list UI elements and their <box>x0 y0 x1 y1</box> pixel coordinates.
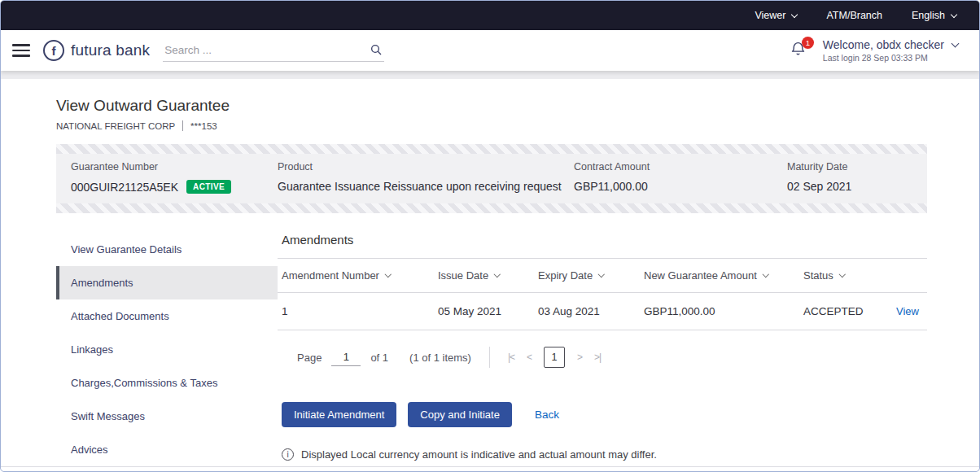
copy-and-initiate-button[interactable]: Copy and Initiate <box>408 402 512 427</box>
cell-issue-date: 05 May 2021 <box>438 305 538 317</box>
sidebar-item-attached-documents[interactable]: Attached Documents <box>56 299 278 333</box>
search-icon[interactable] <box>370 43 383 59</box>
cell-status: ACCEPTED <box>803 305 882 317</box>
column-header-label: Expiry Date <box>538 269 593 282</box>
sidebar-item-label: Linkages <box>71 343 113 356</box>
next-page-icon[interactable]: > <box>577 352 582 363</box>
bell-icon <box>790 46 807 60</box>
maturity-date-value: 02 Sep 2021 <box>787 180 912 193</box>
sidebar-item-label: Attached Documents <box>71 310 169 322</box>
view-link[interactable]: View <box>896 305 919 317</box>
chevron-down-icon <box>598 271 605 278</box>
party-account: ***153 <box>190 121 217 131</box>
currency-note: i Displayed Local currency amount is ind… <box>278 448 927 461</box>
field-maturity-date: Maturity Date 02 Sep 2021 <box>787 161 912 194</box>
previous-page-icon[interactable]: < <box>527 352 532 363</box>
chevron-down-icon <box>494 271 501 278</box>
hatch-pattern-bottom <box>56 203 927 213</box>
column-header-issue-date[interactable]: Issue Date <box>438 269 538 282</box>
back-link[interactable]: Back <box>535 409 559 421</box>
page-label: Page <box>297 352 322 364</box>
topbar: Viewer ATM/Branch English <box>1 1 979 30</box>
pagination-nav: |< < 1 > >| <box>508 347 601 368</box>
search-input[interactable] <box>163 39 384 62</box>
table-header-row: Amendment Number Issue Date Expiry Date … <box>278 258 927 293</box>
action-buttons: Initiate Amendment Copy and Initiate Bac… <box>278 402 927 427</box>
sidebar-item-label: Swift Messages <box>71 410 145 422</box>
last-login-text: Last login 28 Sep 03:33 PM <box>823 53 958 63</box>
notifications-button[interactable]: 1 <box>790 41 807 61</box>
sidebar-item-label: Advices <box>71 444 108 456</box>
column-header-label: Amendment Number <box>282 269 379 282</box>
currency-note-text: Displayed Local currency amount is indic… <box>301 448 657 461</box>
divider <box>182 120 183 131</box>
sidebar-item-label: View Guarantee Details <box>71 243 182 256</box>
header-divider-band <box>1 71 979 79</box>
search-bar <box>163 39 384 62</box>
language-menu-label: English <box>912 10 945 21</box>
field-value: 000GUIR21125A5EK ACTIVE <box>71 180 278 194</box>
viewer-menu[interactable]: Viewer <box>755 10 797 21</box>
column-header-status[interactable]: Status <box>803 269 882 282</box>
brand-name: futura bank <box>71 42 150 59</box>
user-menu-toggle[interactable]: Welcome, obdx checker <box>823 38 958 51</box>
column-header-label: New Guarantee Amount <box>644 269 757 282</box>
cell-amendment-number: 1 <box>282 305 438 317</box>
current-page-button[interactable]: 1 <box>544 347 565 368</box>
field-label: Maturity Date <box>787 161 912 173</box>
column-header-amendment-number[interactable]: Amendment Number <box>282 269 438 282</box>
language-menu[interactable]: English <box>912 10 956 21</box>
table-row: 1 05 May 2021 03 Aug 2021 GBP11,000.00 A… <box>278 293 927 330</box>
app-window: Viewer ATM/Branch English f futura bank <box>0 0 980 472</box>
field-label: Guarantee Number <box>71 161 278 173</box>
first-page-icon[interactable]: |< <box>508 352 514 363</box>
initiate-amendment-button[interactable]: Initiate Amendment <box>282 402 396 427</box>
summary-fields: Guarantee Number 000GUIR21125A5EK ACTIVE… <box>56 154 927 203</box>
main-content: View Outward Guarantee NATIONAL FREIGHT … <box>1 79 979 467</box>
status-badge: ACTIVE <box>186 180 231 194</box>
column-header-label: Issue Date <box>438 269 488 282</box>
sidebar-item-label: Charges,Commissions & Taxes <box>71 377 217 389</box>
field-contract-amount: Contract Amount GBP11,000.00 <box>574 161 787 194</box>
hatch-pattern-top <box>56 144 927 154</box>
sidebar-item-swift-messages[interactable]: Swift Messages <box>56 400 278 433</box>
contract-amount-value: GBP11,000.00 <box>574 180 787 193</box>
items-count-label: (1 of 1 items) <box>409 352 471 364</box>
atm-branch-label: ATM/Branch <box>826 10 882 21</box>
page-title: View Outward Guarantee <box>56 97 927 115</box>
field-label: Product <box>278 161 574 173</box>
sidebar-item-amendments[interactable]: Amendments <box>56 266 278 299</box>
atm-branch-link[interactable]: ATM/Branch <box>826 10 882 21</box>
party-name: NATIONAL FREIGHT CORP <box>56 121 175 131</box>
chevron-down-icon <box>952 40 960 48</box>
guarantee-number-value: 000GUIR21125A5EK <box>71 181 178 194</box>
viewer-menu-label: Viewer <box>755 10 785 21</box>
welcome-text: Welcome, obdx checker <box>823 38 944 51</box>
amendments-panel: Amendments Amendment Number Issue Date E… <box>278 229 927 466</box>
brand-logo-icon: f <box>43 40 64 61</box>
sidebar-item-charges-commissions-taxes[interactable]: Charges,Commissions & Taxes <box>56 366 278 400</box>
sidebar-item-label: Amendments <box>71 277 133 289</box>
body-grid: View Guarantee Details Amendments Attach… <box>56 229 927 466</box>
hamburger-menu-icon[interactable] <box>12 44 30 57</box>
chevron-down-icon <box>385 271 392 278</box>
field-product: Product Guarantee Issuance Reissuance up… <box>278 161 574 194</box>
cell-new-guarantee-amount: GBP11,000.00 <box>644 305 803 317</box>
column-header-expiry-date[interactable]: Expiry Date <box>538 269 644 282</box>
brand-logo[interactable]: f futura bank <box>43 40 150 61</box>
product-value: Guarantee Issuance Reissuance upon recei… <box>278 180 574 193</box>
header: f futura bank 1 Welcome, obdx checker L <box>1 30 979 71</box>
last-page-icon[interactable]: >| <box>594 352 601 363</box>
sidebar-item-view-guarantee-details[interactable]: View Guarantee Details <box>56 233 278 266</box>
page-number-input[interactable] <box>331 348 361 366</box>
pagination: Page of 1 (1 of 1 items) |< < 1 > >| <box>278 347 927 368</box>
field-guarantee-number: Guarantee Number 000GUIR21125A5EK ACTIVE <box>71 161 278 194</box>
page-of-label: of 1 <box>370 352 388 364</box>
column-header-new-guarantee-amount[interactable]: New Guarantee Amount <box>644 269 803 282</box>
guarantee-summary: Guarantee Number 000GUIR21125A5EK ACTIVE… <box>56 144 927 213</box>
divider <box>489 347 490 368</box>
panel-title: Amendments <box>278 233 927 247</box>
sidebar-item-advices[interactable]: Advices <box>56 433 278 466</box>
sidebar-item-linkages[interactable]: Linkages <box>56 333 278 366</box>
cell-expiry-date: 03 Aug 2021 <box>538 305 644 317</box>
